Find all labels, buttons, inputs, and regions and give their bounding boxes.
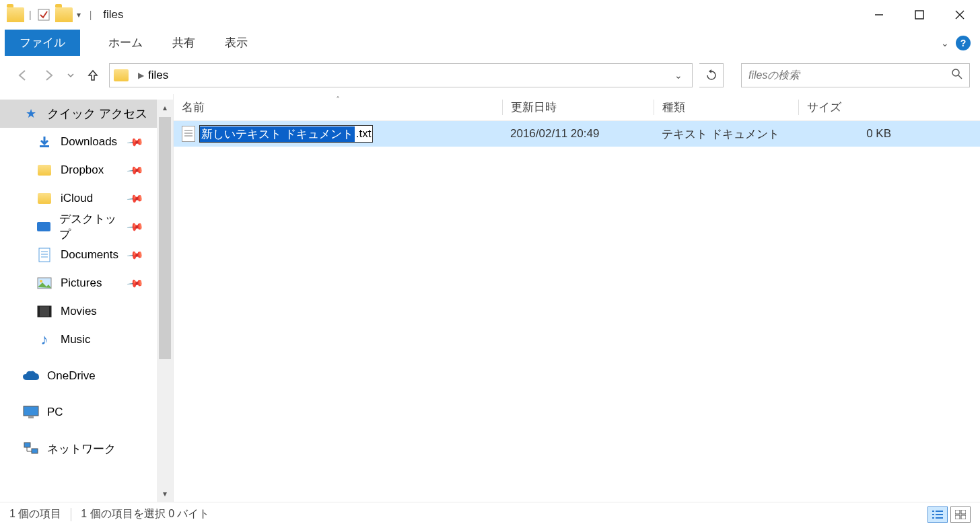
star-icon: ★ bbox=[23, 106, 39, 121]
view-switch bbox=[928, 506, 971, 523]
svg-rect-2 bbox=[915, 11, 923, 19]
sidebar-item-icloud[interactable]: iCloud 📌 bbox=[0, 184, 157, 213]
svg-rect-26 bbox=[936, 517, 943, 519]
qat-dropdown-icon[interactable]: ▾ bbox=[77, 10, 81, 20]
scroll-up-icon[interactable]: ▴ bbox=[157, 100, 173, 116]
search-box[interactable] bbox=[741, 63, 970, 87]
svg-rect-8 bbox=[39, 248, 50, 262]
sidebar-item-documents[interactable]: Documents 📌 bbox=[0, 241, 157, 269]
rename-editor[interactable]: 新しいテキスト ドキュメント .txt bbox=[199, 125, 373, 143]
picture-icon bbox=[36, 277, 53, 289]
svg-rect-22 bbox=[936, 511, 943, 512]
pin-icon: 📌 bbox=[126, 246, 145, 264]
svg-rect-29 bbox=[955, 515, 960, 519]
folder-icon bbox=[114, 69, 129, 81]
expand-ribbon-icon[interactable]: ⌄ bbox=[941, 38, 949, 48]
sidebar-item-music[interactable]: ♪ Music bbox=[0, 326, 157, 354]
sidebar-item-pictures[interactable]: Pictures 📌 bbox=[0, 269, 157, 297]
status-item-count: 1 個の項目 bbox=[9, 507, 61, 521]
sidebar-item-onedrive[interactable]: OneDrive bbox=[0, 362, 157, 390]
sidebar-item-label: Movies bbox=[61, 305, 97, 318]
svg-rect-7 bbox=[40, 145, 49, 147]
thumbnails-view-button[interactable] bbox=[950, 506, 971, 523]
music-icon: ♪ bbox=[36, 331, 53, 348]
sidebar-item-label: OneDrive bbox=[47, 369, 96, 383]
separator bbox=[71, 508, 71, 521]
download-icon bbox=[36, 135, 53, 149]
file-row[interactable]: 新しいテキスト ドキュメント .txt 2016/02/11 20:49 テキス… bbox=[174, 121, 980, 147]
svg-point-5 bbox=[952, 69, 959, 76]
main-area: ★ クイック アクセス Downloads 📌 Dropbox 📌 iCloud… bbox=[0, 94, 980, 502]
pin-icon: 📌 bbox=[126, 274, 145, 292]
svg-rect-16 bbox=[49, 306, 51, 317]
svg-rect-30 bbox=[961, 515, 966, 519]
close-button[interactable] bbox=[940, 0, 980, 30]
sidebar-item-label: Pictures bbox=[61, 276, 102, 290]
maximize-button[interactable] bbox=[899, 0, 940, 30]
address-bar[interactable]: ▶ files ⌄ bbox=[109, 63, 693, 87]
tab-home[interactable]: ホーム bbox=[94, 30, 158, 56]
address-history-icon[interactable]: ⌄ bbox=[669, 70, 688, 81]
details-view-button[interactable] bbox=[928, 506, 948, 523]
sidebar-item-quick-access[interactable]: ★ クイック アクセス bbox=[0, 100, 157, 128]
tab-share[interactable]: 共有 bbox=[158, 30, 210, 56]
back-button[interactable] bbox=[13, 66, 32, 85]
column-header-label: 名前 bbox=[182, 101, 205, 114]
desktop-icon bbox=[36, 222, 51, 231]
sidebar-item-label: Downloads bbox=[61, 135, 117, 149]
pin-icon: 📌 bbox=[126, 133, 145, 151]
svg-point-13 bbox=[40, 280, 42, 283]
file-name-cell[interactable]: 新しいテキスト ドキュメント .txt bbox=[174, 125, 502, 143]
column-header-size[interactable]: サイズ bbox=[798, 100, 899, 115]
column-header-date[interactable]: 更新日時 bbox=[502, 100, 654, 115]
sidebar-item-network[interactable]: ネットワーク bbox=[0, 435, 157, 463]
navigation-bar: ▶ files ⌄ bbox=[0, 57, 980, 94]
text-file-icon bbox=[182, 126, 195, 142]
pin-icon: 📌 bbox=[126, 161, 145, 179]
chevron-right-icon[interactable]: ▶ bbox=[138, 71, 144, 80]
sidebar-item-movies[interactable]: Movies bbox=[0, 297, 157, 326]
svg-rect-24 bbox=[936, 514, 943, 515]
column-header-name[interactable]: ˄ 名前 bbox=[174, 100, 502, 115]
sidebar-item-label: Documents bbox=[61, 248, 118, 262]
tab-file[interactable]: ファイル bbox=[5, 30, 80, 56]
svg-rect-17 bbox=[24, 406, 38, 416]
separator: | bbox=[29, 9, 32, 20]
file-list-pane: ˄ 名前 更新日時 種類 サイズ 新しいテキスト ドキュメント .txt 201… bbox=[174, 94, 980, 502]
rename-extension[interactable]: .txt bbox=[355, 127, 373, 141]
tab-view[interactable]: 表示 bbox=[210, 30, 262, 56]
search-input[interactable] bbox=[748, 69, 952, 81]
window-controls bbox=[859, 0, 980, 30]
help-icon[interactable]: ? bbox=[956, 36, 971, 50]
sidebar-item-downloads[interactable]: Downloads 📌 bbox=[0, 128, 157, 156]
rename-selection[interactable]: 新しいテキスト ドキュメント bbox=[200, 126, 355, 142]
scrollbar-thumb[interactable] bbox=[159, 117, 171, 359]
breadcrumb[interactable]: files bbox=[148, 69, 168, 82]
svg-rect-0 bbox=[38, 9, 49, 20]
forward-button[interactable] bbox=[39, 66, 58, 85]
sidebar-item-desktop[interactable]: デスクトップ 📌 bbox=[0, 213, 157, 241]
search-icon[interactable] bbox=[952, 69, 963, 82]
svg-rect-27 bbox=[955, 510, 960, 514]
minimize-button[interactable] bbox=[859, 0, 899, 30]
sidebar-item-pc[interactable]: PC bbox=[0, 398, 157, 426]
scroll-down-icon[interactable]: ▾ bbox=[157, 486, 173, 502]
svg-rect-25 bbox=[932, 517, 934, 519]
refresh-button[interactable] bbox=[699, 63, 724, 87]
sidebar-item-label: Music bbox=[61, 333, 90, 346]
svg-rect-18 bbox=[28, 416, 34, 418]
sidebar-item-label: Dropbox bbox=[61, 163, 104, 177]
status-selection: 1 個の項目を選択 0 バイト bbox=[81, 507, 209, 521]
folder-icon bbox=[7, 7, 24, 22]
column-header-type[interactable]: 種類 bbox=[654, 100, 798, 115]
sort-ascending-icon: ˄ bbox=[336, 96, 340, 105]
column-headers: ˄ 名前 更新日時 種類 サイズ bbox=[174, 94, 980, 121]
file-type-cell: テキスト ドキュメント bbox=[654, 126, 798, 142]
save-properties-icon[interactable] bbox=[36, 7, 51, 22]
svg-rect-28 bbox=[961, 510, 966, 514]
up-button[interactable] bbox=[83, 66, 102, 85]
folder-icon bbox=[36, 165, 53, 176]
sidebar-item-dropbox[interactable]: Dropbox 📌 bbox=[0, 156, 157, 184]
sidebar-scrollbar[interactable]: ▴ ▾ bbox=[157, 100, 173, 502]
recent-locations-button[interactable] bbox=[65, 66, 77, 85]
